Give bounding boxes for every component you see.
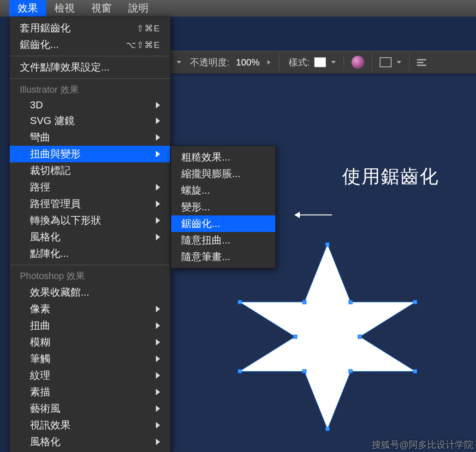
- appearance-icon[interactable]: [351, 56, 364, 69]
- chevron-down-icon[interactable]: [396, 58, 402, 66]
- toolbar: 不透明度: 100% 樣式:: [171, 51, 476, 74]
- menu-item[interactable]: 風格化: [10, 229, 170, 245]
- menu-item[interactable]: 視訊效果: [10, 417, 170, 434]
- menu-item[interactable]: 紋理: [10, 367, 170, 384]
- submenu-item[interactable]: 螺旋...: [171, 182, 275, 199]
- svg-rect-2: [349, 300, 352, 304]
- submenu-item[interactable]: 隨意筆畫...: [171, 249, 275, 265]
- document-setup-icon[interactable]: [380, 57, 392, 67]
- menu-item-label: 扭曲: [30, 319, 50, 333]
- svg-rect-7: [326, 427, 329, 431]
- menu-item[interactable]: 裁切標記: [10, 162, 170, 179]
- menu-item[interactable]: SVG 濾鏡: [10, 113, 170, 129]
- submenu-arrow-icon: [156, 118, 160, 124]
- menu-item[interactable]: 3D: [10, 98, 170, 113]
- opacity-value[interactable]: 100%: [236, 57, 260, 68]
- submenu-item[interactable]: 隨意扭曲...: [171, 232, 275, 249]
- menu-item[interactable]: 模糊: [10, 334, 170, 351]
- group-header: Photoshop 效果: [10, 268, 170, 284]
- menu-item-label: 視訊效果: [30, 418, 71, 432]
- svg-rect-5: [413, 369, 417, 373]
- menu-item-label: 套用鋸齒化: [20, 21, 71, 35]
- submenu-arrow-icon: [156, 306, 160, 312]
- menu-item[interactable]: 文件點陣效果設定...: [10, 59, 170, 76]
- menu-item-label: 文件點陣效果設定...: [20, 60, 109, 74]
- menu-item-label: 彎曲: [30, 131, 50, 144]
- menu-item-label: 風格化: [30, 435, 60, 449]
- opacity-label: 不透明度:: [190, 56, 230, 69]
- submenu-arrow-icon: [156, 356, 160, 362]
- chevron-down-icon[interactable]: [176, 58, 182, 66]
- submenu-arrow-icon: [156, 322, 160, 329]
- menu-view[interactable]: 檢視: [46, 0, 83, 18]
- menu-item-label: 素描: [30, 385, 50, 399]
- annotation-text: 使用鋸齒化: [342, 164, 439, 189]
- submenu-arrow-icon: [156, 151, 160, 157]
- menu-item[interactable]: 風格化: [10, 434, 170, 450]
- submenu-arrow-icon: [156, 389, 160, 395]
- menu-item-label: 風格化: [30, 230, 60, 244]
- submenu-arrow-icon: [156, 102, 160, 108]
- menu-item-label: SVG 濾鏡: [30, 114, 75, 128]
- menu-item-label: 點陣化...: [30, 247, 69, 261]
- menu-item[interactable]: 扭曲與變形: [10, 146, 170, 162]
- menu-item[interactable]: 像素: [10, 301, 170, 317]
- submenu-arrow-icon: [156, 234, 160, 240]
- menu-item[interactable]: 路徑管理員: [10, 196, 170, 212]
- submenu-arrow-icon: [156, 217, 160, 224]
- align-icon[interactable]: [417, 59, 426, 66]
- menu-item[interactable]: 扭曲: [10, 317, 170, 334]
- submenu-arrow-icon: [156, 201, 160, 207]
- menu-item[interactable]: 素描: [10, 384, 170, 400]
- star-shape[interactable]: [231, 240, 424, 434]
- menu-item[interactable]: 藝術風: [10, 400, 170, 417]
- menu-item[interactable]: 套用鋸齒化⇧⌘E: [10, 20, 170, 36]
- arrow-left-icon: [295, 214, 332, 215]
- menu-item[interactable]: 轉換為以下形狀: [10, 212, 170, 229]
- menu-item[interactable]: 點陣化...: [10, 245, 170, 262]
- submenu-arrow-icon: [156, 405, 160, 412]
- style-swatch[interactable]: [314, 57, 326, 67]
- submenu-arrow-icon: [156, 134, 160, 141]
- menu-item-label: 效果收藏館...: [30, 285, 89, 299]
- svg-rect-8: [303, 369, 306, 373]
- menu-item[interactable]: 鋸齒化...⌥⇧⌘E: [10, 36, 170, 53]
- menu-item[interactable]: 彎曲: [10, 129, 170, 146]
- svg-rect-3: [413, 300, 417, 304]
- menu-item-label: 紋理: [30, 369, 50, 382]
- menu-item-label: 3D: [30, 99, 43, 111]
- menu-item[interactable]: 筆觸: [10, 351, 170, 367]
- svg-rect-10: [293, 335, 297, 339]
- submenu-arrow-icon: [156, 372, 160, 379]
- chevron-right-icon[interactable]: [265, 59, 273, 65]
- chevron-down-icon[interactable]: [331, 58, 336, 66]
- svg-marker-0: [240, 244, 415, 429]
- submenu-item[interactable]: 變形...: [171, 199, 275, 215]
- submenu-item[interactable]: 粗糙效果...: [171, 149, 275, 166]
- menu-item-label: 扭曲與變形: [30, 147, 81, 161]
- menu-help[interactable]: 說明: [120, 0, 157, 18]
- effects-dropdown: 套用鋸齒化⇧⌘E鋸齒化...⌥⇧⌘E文件點陣效果設定...Illustrator…: [9, 17, 171, 452]
- submenu-arrow-icon: [156, 439, 160, 445]
- svg-rect-11: [238, 300, 242, 304]
- menu-item-label: 裁切標記: [30, 164, 71, 178]
- svg-rect-4: [358, 335, 362, 339]
- style-label: 樣式:: [289, 56, 310, 69]
- submenu-item[interactable]: 鋸齒化...: [171, 215, 275, 232]
- menu-item-label: 筆觸: [30, 352, 50, 366]
- menu-item-label: 路徑管理員: [30, 197, 81, 211]
- menu-effects[interactable]: 效果: [9, 0, 46, 18]
- menu-item-label: 鋸齒化...: [20, 38, 59, 52]
- watermark: 搜狐号@阿多比设计学院: [372, 439, 473, 451]
- menu-item[interactable]: 路徑: [10, 179, 170, 196]
- submenu-arrow-icon: [156, 422, 160, 428]
- menu-item-label: 像素: [30, 302, 50, 316]
- svg-rect-1: [326, 243, 329, 246]
- group-header: Illustrator 效果: [10, 82, 170, 98]
- menu-item-shortcut: ⌥⇧⌘E: [126, 40, 160, 50]
- menu-item[interactable]: 效果收藏館...: [10, 284, 170, 301]
- submenu-item[interactable]: 縮攏與膨脹...: [171, 166, 275, 182]
- menubar: 效果 檢視 視窗 說明: [0, 0, 476, 17]
- menu-item-label: 轉換為以下形狀: [30, 214, 101, 227]
- menu-window[interactable]: 視窗: [83, 0, 120, 18]
